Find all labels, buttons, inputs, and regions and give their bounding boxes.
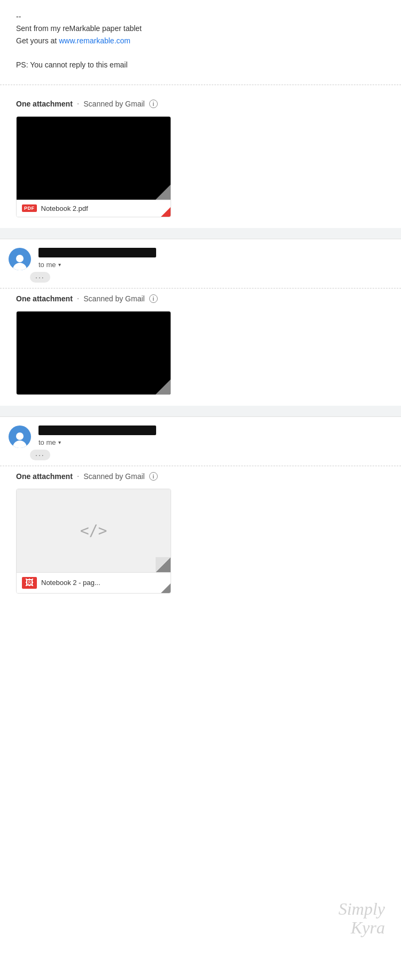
avatar-body-2 <box>13 263 27 270</box>
attachment-card-3[interactable]: </> 🖼 Notebook 2 - pag... <box>16 489 171 594</box>
to-me-row-2[interactable]: to me ▾ <box>38 261 390 269</box>
avatar-2 <box>9 248 31 270</box>
remarkable-link[interactable]: www.remarkable.com <box>59 36 130 45</box>
thread-spacer-2 <box>0 406 401 416</box>
sender-name-bar-3 <box>38 426 156 435</box>
sender-name-bar-2 <box>38 248 156 257</box>
attachment-label-1: One attachment <box>16 100 73 108</box>
get-yours-prefix: Get yours at <box>16 36 59 45</box>
avatar-head-3 <box>16 432 24 440</box>
attachment-header-3: One attachment · Scanned by Gmail i <box>16 472 385 481</box>
email-thread-item-2: to me ▾ ··· One attachment · Scanned by … <box>0 239 401 406</box>
email-thread-item-3: to me ▾ ··· One attachment · Scanned by … <box>0 416 401 604</box>
attachment-section-2: One attachment · Scanned by Gmail i <box>0 288 401 406</box>
more-options-2[interactable]: ··· <box>30 272 50 283</box>
ps-text: PS: You cannot reply to this email <box>16 59 385 71</box>
thread-spacer-1 <box>0 228 401 239</box>
attachment-footer-1: PDF Notebook 2.pdf <box>17 200 171 217</box>
avatar-body-3 <box>13 440 27 448</box>
watermark-line1: Simply <box>338 900 385 918</box>
thread-header-2: to me ▾ <box>0 239 401 272</box>
attachment-section-1: One attachment · Scanned by Gmail i PDF … <box>0 94 401 228</box>
separator-line: -- <box>16 11 385 22</box>
attachment-section-3: One attachment · Scanned by Gmail i </> … <box>0 466 401 604</box>
watermark: Simply Kyra <box>338 900 385 937</box>
scanned-label-2: Scanned by Gmail <box>83 294 144 303</box>
avatar-head-2 <box>16 255 24 262</box>
dot-1: · <box>77 99 79 109</box>
attachment-preview-1 <box>17 117 171 200</box>
avatar-person-2 <box>9 248 31 270</box>
divider-1 <box>0 85 401 85</box>
dot-3: · <box>77 472 79 481</box>
dropdown-arrow-2[interactable]: ▾ <box>58 262 61 268</box>
attachment-preview-2 <box>17 312 171 394</box>
info-icon-1[interactable]: i <box>149 100 158 108</box>
info-icon-2[interactable]: i <box>149 294 158 303</box>
more-options-3[interactable]: ··· <box>30 450 50 460</box>
fold-corner-1 <box>156 185 171 200</box>
avatar-person-3 <box>9 426 31 448</box>
attachment-card-2[interactable] <box>16 311 171 395</box>
fold-corner-3 <box>156 557 171 572</box>
scanned-label-1: Scanned by Gmail <box>83 100 144 108</box>
dot-2: · <box>77 294 79 303</box>
sent-from-line: Sent from my reMarkable paper tablet <box>16 22 385 34</box>
image-badge-3: 🖼 <box>22 577 37 589</box>
code-icon-3: </> <box>80 522 107 540</box>
attachment-footer-3: 🖼 Notebook 2 - pag... <box>17 572 171 593</box>
attachment-label-3: One attachment <box>16 472 73 481</box>
attachment-header-1: One attachment · Scanned by Gmail i <box>16 99 385 109</box>
footer-arrow-3 <box>161 583 171 593</box>
thread-header-3: to me ▾ <box>0 417 401 450</box>
attachment-name-3: Notebook 2 - pag... <box>41 579 165 587</box>
watermark-line2: Kyra <box>338 918 385 937</box>
email-body-section: -- Sent from my reMarkable paper tablet … <box>0 0 401 76</box>
scanned-label-3: Scanned by Gmail <box>83 472 144 481</box>
attachment-preview-3: </> <box>17 489 171 572</box>
pdf-badge-1: PDF <box>22 204 37 212</box>
email-text-block: -- Sent from my reMarkable paper tablet … <box>16 11 385 71</box>
thread-header-info-3: to me ▾ <box>38 426 390 450</box>
get-yours-line: Get yours at www.remarkable.com <box>16 35 385 47</box>
avatar-3 <box>9 426 31 448</box>
fold-corner-2 <box>156 379 171 394</box>
dropdown-arrow-3[interactable]: ▾ <box>58 439 61 445</box>
attachment-label-2: One attachment <box>16 294 73 303</box>
thread-header-info-2: to me ▾ <box>38 248 390 272</box>
info-icon-3[interactable]: i <box>149 472 158 481</box>
attachment-header-2: One attachment · Scanned by Gmail i <box>16 294 385 303</box>
to-me-label-3: to me <box>38 438 56 446</box>
to-me-label-2: to me <box>38 261 56 269</box>
footer-arrow-1 <box>161 207 171 217</box>
to-me-row-3[interactable]: to me ▾ <box>38 438 390 446</box>
attachment-card-1[interactable]: PDF Notebook 2.pdf <box>16 116 171 217</box>
attachment-name-1: Notebook 2.pdf <box>41 204 166 212</box>
